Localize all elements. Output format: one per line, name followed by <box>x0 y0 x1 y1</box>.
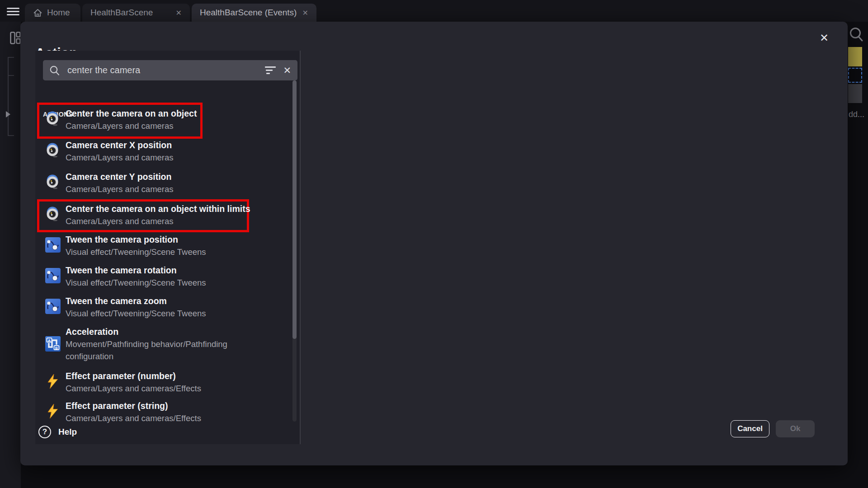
scrollbar-thumb[interactable] <box>292 80 297 339</box>
magnifier-icon[interactable] <box>849 26 864 42</box>
top-bar: Home HealthBarScene ✕ HealthBarScene (Ev… <box>0 0 868 22</box>
svg-text:A: A <box>48 338 51 343</box>
action-title: Tween the camera position <box>66 233 255 246</box>
split-view-icon[interactable] <box>10 32 21 44</box>
tween-icon <box>45 268 61 283</box>
action-title: Tween the camera zoom <box>66 295 255 307</box>
tab-label: HealthBarScene <box>90 8 153 18</box>
magnifier-icon <box>49 65 60 76</box>
tab-healthbarscene-events[interactable]: HealthBarScene (Events) ✕ <box>192 4 316 22</box>
action-title: Camera center Y position <box>66 170 255 183</box>
action-title: Acceleration <box>66 325 255 338</box>
action-title: Center the camera on an object within li… <box>66 202 255 215</box>
hamburger-icon[interactable] <box>7 8 19 15</box>
app-window: Home HealthBarScene ✕ HealthBarScene (Ev… <box>0 0 868 488</box>
action-path: Camera/Layers and cameras <box>66 215 246 227</box>
action-title: Tween the camera rotation <box>66 264 255 277</box>
events-sheet-left-edge <box>0 22 21 488</box>
tab-healthbarscene[interactable]: HealthBarScene ✕ <box>82 4 190 22</box>
event-row-gray[interactable] <box>848 84 862 103</box>
tab-home[interactable]: Home <box>25 4 80 22</box>
action-path: Camera/Layers and cameras <box>66 151 246 164</box>
tree-guide-line <box>8 57 14 58</box>
list-item-effect-parameter-number[interactable]: Effect parameter (number) Camera/Layers … <box>35 370 300 399</box>
action-title: Camera center X position <box>66 139 255 151</box>
triangle-right-icon[interactable] <box>6 111 10 117</box>
action-path: Visual effect/Tweening/Scene Tweens <box>66 277 246 289</box>
ok-button[interactable]: Ok <box>776 420 815 437</box>
action-path: Visual effect/Tweening/Scene Tweens <box>66 246 246 258</box>
list-item-acceleration[interactable]: AB Acceleration Movement/Pathfinding beh… <box>35 325 300 369</box>
tree-guide-line <box>8 57 9 136</box>
svg-text:B: B <box>55 346 58 350</box>
action-path: Camera/Layers and cameras <box>66 183 246 195</box>
list-item-center-camera-on-object[interactable]: Center the camera on an object Camera/La… <box>35 107 300 137</box>
bolt-icon <box>45 404 61 419</box>
action-title: Center the camera on an object <box>66 107 255 120</box>
cancel-button[interactable]: Cancel <box>731 420 769 437</box>
tween-icon <box>45 237 61 253</box>
list-item-effect-parameter-string[interactable]: Effect parameter (string) Camera/Layers … <box>35 399 300 429</box>
tab-label: Home <box>47 8 70 18</box>
action-path: Camera/Layers and cameras <box>66 120 246 132</box>
action-path: Camera/Layers and cameras/Effects <box>66 412 246 424</box>
list-item-camera-center-x[interactable]: Camera center X position Camera/Layers a… <box>35 139 300 169</box>
bolt-icon <box>45 374 61 389</box>
action-title: Effect parameter (number) <box>66 370 255 382</box>
search-input[interactable] <box>66 65 259 76</box>
list-item-camera-center-y[interactable]: Camera center Y position Camera/Layers a… <box>35 170 300 200</box>
action-title: Effect parameter (string) <box>66 399 255 412</box>
truncated-add-text[interactable]: dd... <box>849 110 864 119</box>
action-list-panel: ✕ ACTIONS Center the camera on an object… <box>35 51 301 444</box>
camera-icon <box>45 206 61 222</box>
help-button[interactable]: ? Help <box>38 426 77 438</box>
tween-icon <box>45 299 61 314</box>
pathfinding-icon: AB <box>45 336 61 352</box>
action-path: Movement/Pathfinding behavior/Pathfindin… <box>66 338 246 362</box>
event-row-dashed-selection[interactable] <box>848 68 862 83</box>
clear-search-icon[interactable]: ✕ <box>283 65 291 76</box>
tree-guide-line <box>8 75 14 76</box>
tree-guide-line <box>8 135 14 136</box>
list-item-tween-camera-position[interactable]: Tween the camera position Visual effect/… <box>35 233 300 263</box>
list-item-center-camera-within-limits[interactable]: Center the camera on an object within li… <box>35 202 300 232</box>
camera-icon <box>45 174 61 190</box>
camera-icon <box>45 111 61 127</box>
list-item-tween-camera-zoom[interactable]: Tween the camera zoom Visual effect/Twee… <box>35 295 300 324</box>
filter-icon[interactable] <box>265 66 277 74</box>
help-label: Help <box>58 427 77 437</box>
list-item-tween-camera-rotation[interactable]: Tween the camera rotation Visual effect/… <box>35 264 300 294</box>
help-icon: ? <box>38 426 51 438</box>
action-dialog: Action ✕ ✕ ACTIONS Cen <box>20 22 848 465</box>
close-dialog-icon[interactable]: ✕ <box>820 32 829 44</box>
home-icon <box>33 8 42 18</box>
tab-label: HealthBarScene (Events) <box>200 8 297 18</box>
camera-icon <box>45 143 61 158</box>
close-tab-icon[interactable]: ✕ <box>302 9 308 17</box>
event-row-selected-yellow[interactable] <box>848 47 862 66</box>
action-path: Visual effect/Tweening/Scene Tweens <box>66 307 246 319</box>
action-path: Camera/Layers and cameras/Effects <box>66 382 246 394</box>
close-tab-icon[interactable]: ✕ <box>176 9 182 17</box>
search-bar[interactable]: ✕ <box>43 60 297 80</box>
